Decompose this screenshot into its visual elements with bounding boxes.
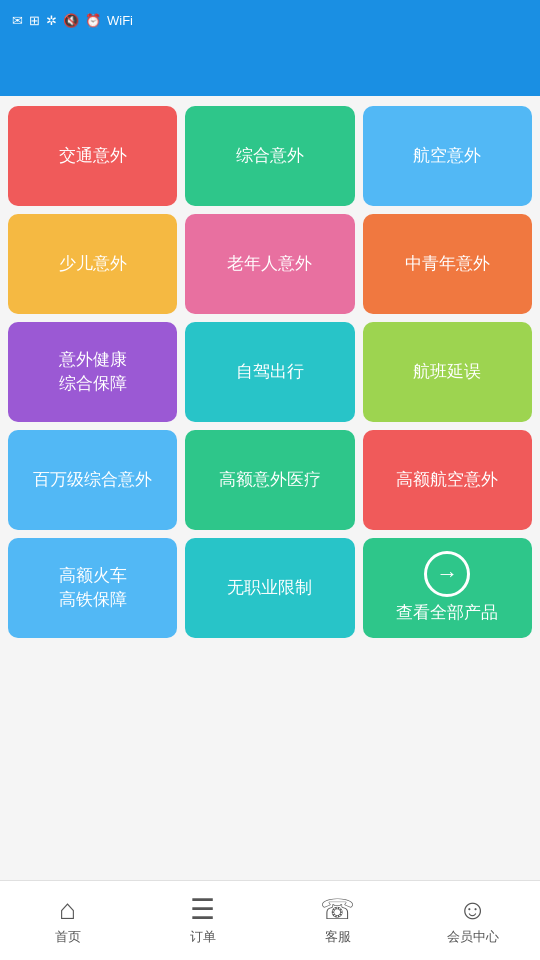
nav-label-service: 客服 <box>325 928 351 946</box>
bluetooth-icon: ✲ <box>46 13 57 28</box>
grid-item-label: 自驾出行 <box>236 360 304 384</box>
grid-item-label: 老年人意外 <box>227 252 312 276</box>
grid-item-medical[interactable]: 高额意外医疗 <box>185 430 354 530</box>
nav-label-orders: 订单 <box>190 928 216 946</box>
mute-icon: 🔇 <box>63 13 79 28</box>
grid-item-train[interactable]: 高额火车 高铁保障 <box>8 538 177 638</box>
grid-item-label: 航班延误 <box>413 360 481 384</box>
service-icon: ☏ <box>320 896 355 924</box>
insurance-grid: 交通意外综合意外航空意外少儿意外老年人意外中青年意外意外健康 综合保障自驾出行航… <box>0 96 540 648</box>
grid-item-label: 意外健康 综合保障 <box>59 348 127 396</box>
grid-item-million[interactable]: 百万级综合意外 <box>8 430 177 530</box>
grid-item-traffic[interactable]: 交通意外 <box>8 106 177 206</box>
grid-item-all[interactable]: →查看全部产品 <box>363 538 532 638</box>
grid-item-nolimit[interactable]: 无职业限制 <box>185 538 354 638</box>
image-icon: ⊞ <box>29 13 40 28</box>
status-bar: ✉ ⊞ ✲ 🔇 ⏰ WiFi <box>0 0 540 40</box>
nav-label-home: 首页 <box>55 928 81 946</box>
nav-item-home[interactable]: ⌂首页 <box>0 896 135 946</box>
home-icon: ⌂ <box>59 896 76 924</box>
grid-item-comprehensive[interactable]: 综合意外 <box>185 106 354 206</box>
status-bar-left: ✉ ⊞ ✲ 🔇 ⏰ WiFi <box>12 13 145 28</box>
email-icon: ✉ <box>12 13 23 28</box>
grid-item-elderly[interactable]: 老年人意外 <box>185 214 354 314</box>
grid-item-health[interactable]: 意外健康 综合保障 <box>8 322 177 422</box>
grid-item-youth[interactable]: 中青年意外 <box>363 214 532 314</box>
alarm-icon: ⏰ <box>85 13 101 28</box>
grid-item-drive[interactable]: 自驾出行 <box>185 322 354 422</box>
grid-item-label: 航空意外 <box>413 144 481 168</box>
grid-item-label: 交通意外 <box>59 144 127 168</box>
grid-item-label: 少儿意外 <box>59 252 127 276</box>
orders-icon: ☰ <box>190 896 215 924</box>
grid-item-label: 高额航空意外 <box>396 468 498 492</box>
member-icon: ☺ <box>458 896 487 924</box>
nav-label-member: 会员中心 <box>447 928 499 946</box>
main-content: 交通意外综合意外航空意外少儿意外老年人意外中青年意外意外健康 综合保障自驾出行航… <box>0 96 540 880</box>
grid-item-label: 中青年意外 <box>405 252 490 276</box>
grid-item-aviation-high[interactable]: 高额航空意外 <box>363 430 532 530</box>
header <box>0 40 540 96</box>
nav-item-member[interactable]: ☺会员中心 <box>405 896 540 946</box>
grid-item-label: 无职业限制 <box>227 576 312 600</box>
nav-item-orders[interactable]: ☰订单 <box>135 896 270 946</box>
grid-item-label: 综合意外 <box>236 144 304 168</box>
grid-item-children[interactable]: 少儿意外 <box>8 214 177 314</box>
wifi-icon: WiFi <box>107 13 133 28</box>
grid-item-label: 高额火车 高铁保障 <box>59 564 127 612</box>
bottom-navigation: ⌂首页☰订单☏客服☺会员中心 <box>0 880 540 960</box>
nav-item-service[interactable]: ☏客服 <box>270 896 405 946</box>
grid-item-flight-delay[interactable]: 航班延误 <box>363 322 532 422</box>
arrow-circle-icon: → <box>424 551 470 597</box>
grid-item-aviation[interactable]: 航空意外 <box>363 106 532 206</box>
grid-item-label: 百万级综合意外 <box>33 468 152 492</box>
grid-item-label: 查看全部产品 <box>396 601 498 625</box>
grid-item-label: 高额意外医疗 <box>219 468 321 492</box>
